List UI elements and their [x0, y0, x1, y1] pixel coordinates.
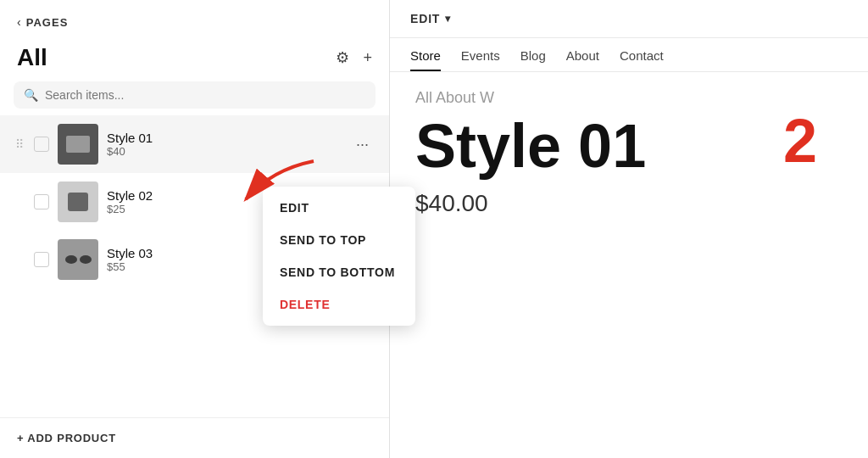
panel-header: All ⚙ +	[0, 37, 389, 81]
product-title: Style 01	[415, 115, 843, 176]
tab-blog[interactable]: Blog	[520, 48, 546, 71]
menu-item-send-bottom[interactable]: SEND TO BOTTOM	[263, 256, 415, 288]
add-icon[interactable]: +	[363, 49, 372, 67]
item-checkbox[interactable]	[34, 252, 49, 267]
page-content: All About W 2 Style 01 $40.00	[390, 72, 868, 458]
edit-label: EDIT	[410, 12, 440, 25]
search-bar: 🔍	[14, 81, 376, 109]
item-price: $40	[107, 145, 341, 158]
back-label: PAGES	[26, 16, 69, 29]
settings-icon[interactable]: ⚙	[336, 48, 349, 67]
thumb-shape	[66, 136, 90, 153]
item-thumbnail	[58, 124, 98, 165]
back-chevron-icon: ‹	[17, 15, 21, 29]
panel-title: All	[17, 44, 47, 71]
edit-dropdown[interactable]: EDIT ▾	[410, 12, 848, 25]
lens-right	[80, 255, 92, 264]
tab-about[interactable]: About	[566, 48, 599, 71]
left-panel: ‹ PAGES All ⚙ + 🔍 ⠿ Style 01 $40 ···	[0, 0, 390, 458]
item-info: Style 01 $40	[107, 131, 341, 158]
tab-events[interactable]: Events	[461, 48, 500, 71]
add-product-button[interactable]: + ADD PRODUCT	[0, 417, 389, 458]
chevron-down-icon: ▾	[445, 13, 451, 25]
menu-item-edit[interactable]: EDIT	[263, 192, 415, 224]
thumb-glasses	[65, 255, 92, 264]
drag-handle-icon[interactable]: ⠿	[14, 136, 25, 153]
add-product-label: + ADD PRODUCT	[17, 432, 116, 444]
back-nav[interactable]: ‹ PAGES	[0, 0, 389, 37]
header-actions: ⚙ +	[336, 48, 372, 67]
menu-item-delete[interactable]: DELETE	[263, 288, 415, 321]
tab-contact[interactable]: Contact	[620, 48, 664, 71]
nav-tabs: Store Events Blog About Contact	[390, 38, 868, 72]
tab-store[interactable]: Store	[410, 48, 441, 71]
right-panel: EDIT ▾ Store Events Blog About Contact A…	[390, 0, 868, 458]
item-name: Style 01	[107, 131, 341, 145]
item-checkbox[interactable]	[34, 137, 49, 152]
search-input[interactable]	[45, 88, 365, 102]
item-checkbox[interactable]	[34, 194, 49, 209]
page-header-text: All About W	[415, 89, 843, 107]
editor-toolbar: EDIT ▾	[390, 0, 868, 38]
menu-item-send-top[interactable]: SEND TO TOP	[263, 224, 415, 256]
more-options-icon[interactable]: ···	[349, 132, 376, 157]
context-menu: EDIT SEND TO TOP SEND TO BOTTOM DELETE	[263, 187, 415, 326]
item-thumbnail	[58, 182, 98, 222]
thumb-bag	[68, 193, 88, 211]
lens-left	[65, 255, 77, 264]
item-thumbnail	[58, 239, 98, 280]
list-item[interactable]: ⠿ Style 01 $40 ···	[0, 115, 389, 173]
product-price: $40.00	[415, 190, 843, 217]
search-icon: 🔍	[24, 88, 38, 102]
